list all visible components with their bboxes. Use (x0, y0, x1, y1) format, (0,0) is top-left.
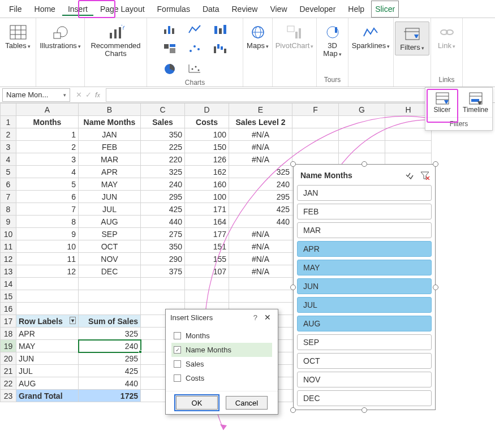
cell-A14[interactable] (16, 278, 79, 290)
maps-button[interactable]: Maps (244, 21, 271, 52)
cell-B22[interactable]: 440 (79, 377, 141, 390)
cancel-button[interactable]: Cancel (226, 396, 268, 410)
col-header-C[interactable]: C (141, 104, 185, 116)
cell-A5[interactable]: 4 (16, 166, 79, 178)
dialog-field-months[interactable]: Months (171, 329, 272, 343)
row-header-18[interactable]: 18 (1, 328, 16, 340)
col-header-E[interactable]: E (229, 104, 292, 116)
cell-A16[interactable] (16, 303, 79, 315)
cell-A4[interactable]: 3 (16, 153, 79, 166)
row-header-13[interactable]: 13 (1, 265, 16, 278)
cell-A17[interactable]: Row Labels ▾ (16, 315, 79, 328)
cell-B5[interactable]: APR (79, 166, 141, 178)
clear-filter-icon[interactable] (419, 170, 431, 180)
cell-B23[interactable]: 1725 (79, 390, 141, 402)
menu-help[interactable]: Help (342, 2, 370, 16)
row-header-14[interactable]: 14 (1, 278, 16, 290)
slicer-item-apr[interactable]: APR (297, 241, 432, 257)
fx-icon[interactable]: fx (95, 91, 100, 99)
resize-handle[interactable] (290, 407, 296, 413)
cell-B14[interactable] (79, 278, 141, 290)
menu-file[interactable]: File (3, 2, 28, 16)
cell-B17[interactable]: Sum of Sales (79, 315, 141, 328)
cell-B18[interactable]: 325 (79, 328, 141, 340)
cell-E13[interactable]: #N/A (229, 265, 292, 278)
row-header-21[interactable]: 21 (1, 365, 16, 377)
cell-D15[interactable] (185, 290, 229, 303)
cell-E6[interactable]: 240 (229, 178, 292, 191)
cell-D13[interactable]: 107 (185, 265, 229, 278)
cell-A19[interactable]: MAY (16, 340, 79, 352)
cell-C12[interactable]: 290 (141, 253, 185, 265)
slicer-item-may[interactable]: MAY (297, 260, 432, 275)
cell-E14[interactable] (229, 278, 292, 290)
col-header-G[interactable]: G (339, 104, 385, 116)
cell-A9[interactable]: 8 (16, 216, 79, 228)
resize-handle[interactable] (361, 407, 367, 413)
menu-slicer[interactable]: Slicer (371, 1, 399, 18)
col-header-F[interactable]: F (292, 104, 339, 116)
menu-review[interactable]: Review (226, 2, 264, 16)
row-header-1[interactable]: 1 (1, 116, 16, 128)
cell-D2[interactable]: 100 (185, 128, 229, 141)
cell-E12[interactable]: #N/A (229, 253, 292, 265)
slicer-item-sep[interactable]: SEP (297, 334, 432, 350)
row-header-5[interactable]: 5 (1, 166, 16, 178)
cell-B12[interactable]: NOV (79, 253, 141, 265)
chart-scatter-icon[interactable] (184, 41, 206, 58)
name-box[interactable]: Name Mon... ▾ (2, 88, 70, 102)
cell-A8[interactable]: 7 (16, 203, 79, 216)
cell-A11[interactable]: 10 (16, 240, 79, 253)
cell-A20[interactable]: JUN (16, 352, 79, 365)
cell-D8[interactable]: 171 (185, 203, 229, 216)
cell-B6[interactable]: MAY (79, 178, 141, 191)
cell-C6[interactable]: 240 (141, 178, 185, 191)
slicer-item-dec[interactable]: DEC (297, 390, 432, 406)
cell-E15[interactable] (229, 290, 292, 303)
cell-D5[interactable]: 162 (185, 166, 229, 178)
cell-A13[interactable]: 12 (16, 265, 79, 278)
dialog-close-icon[interactable]: ✕ (262, 313, 273, 322)
cell-C9[interactable]: 440 (141, 216, 185, 228)
slicer-item-jul[interactable]: JUL (297, 297, 432, 313)
cell-A15[interactable] (16, 290, 79, 303)
enter-formula-icon[interactable]: ✓ (85, 91, 92, 99)
menu-developer[interactable]: Developer (294, 2, 342, 16)
cell-A22[interactable]: AUG (16, 377, 79, 390)
cell-G3[interactable] (339, 141, 385, 153)
cell-C1[interactable]: Sales (141, 116, 185, 128)
checkbox-icon[interactable] (174, 332, 181, 339)
checkbox-icon[interactable] (174, 374, 181, 382)
chart-stacked-icon[interactable] (209, 21, 231, 38)
cell-B11[interactable]: OCT (79, 240, 141, 253)
cell-C13[interactable]: 375 (141, 265, 185, 278)
cell-E1[interactable]: Sales Level 2 (229, 116, 292, 128)
cell-G2[interactable] (339, 128, 385, 141)
cell-H3[interactable] (385, 141, 432, 153)
cell-D9[interactable]: 164 (185, 216, 229, 228)
cell-A10[interactable]: 9 (16, 228, 79, 240)
dialog-field-name-months[interactable]: ✓Name Months (171, 343, 272, 357)
row-header-15[interactable]: 15 (1, 290, 16, 303)
chart-pie-icon[interactable] (159, 60, 182, 77)
row-header-12[interactable]: 12 (1, 253, 16, 265)
cell-E8[interactable]: 425 (229, 203, 292, 216)
slicer-item-oct[interactable]: OCT (297, 353, 432, 369)
tables-button[interactable]: Tables (3, 21, 33, 52)
col-header-B[interactable]: B (79, 104, 141, 116)
cell-B13[interactable]: DEC (79, 265, 141, 278)
row-header-19[interactable]: 19 (1, 340, 16, 352)
name-box-dropdown-icon[interactable]: ▾ (63, 92, 66, 98)
slicer-item-jan[interactable]: JAN (297, 185, 432, 201)
slicer-item-feb[interactable]: FEB (297, 204, 432, 219)
dialog-help-icon[interactable]: ? (249, 313, 262, 322)
cell-B20[interactable]: 295 (79, 352, 141, 365)
chart-waterfall-icon[interactable] (209, 41, 231, 58)
row-header-3[interactable]: 3 (1, 141, 16, 153)
slicer-popup-button[interactable]: Slicer (425, 88, 459, 117)
menu-data[interactable]: Data (197, 2, 225, 16)
cell-A18[interactable]: APR (16, 328, 79, 340)
resize-handle[interactable] (433, 285, 438, 290)
cell-B3[interactable]: FEB (79, 141, 141, 153)
cell-E7[interactable]: 295 (229, 191, 292, 203)
